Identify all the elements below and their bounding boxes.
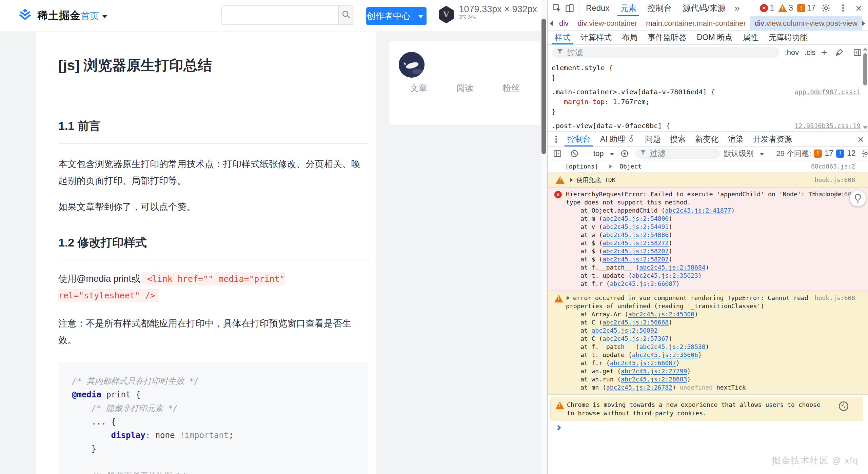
ai-explain-error-button[interactable] xyxy=(850,190,866,206)
site-logo[interactable]: 稀土掘金 xyxy=(18,8,81,23)
new-style-rule-button[interactable]: + xyxy=(821,47,827,58)
kebab-menu-icon[interactable] xyxy=(836,2,849,15)
stat-articles[interactable]: 文章 xyxy=(410,82,427,94)
source-location-link[interactable]: 68cd863.js:2 xyxy=(811,162,855,171)
tab-issues[interactable]: 问题 xyxy=(640,132,665,146)
console-filter-input[interactable]: 过滤 xyxy=(635,148,720,159)
stack-source-link[interactable]: abc2c45.js:2:41877 xyxy=(665,207,731,214)
settings-gear-icon[interactable] xyxy=(820,2,832,15)
breadcrumb-item-selected[interactable]: div.view.column-view.post-view xyxy=(750,16,862,30)
tab-accessibility[interactable]: 无障碍功能 xyxy=(764,31,813,44)
tab-layout[interactable]: 布局 xyxy=(617,31,643,44)
css-selector[interactable]: .post-view[data-v-0faec0bc] { xyxy=(552,121,783,131)
creator-center-dropdown[interactable] xyxy=(411,7,427,25)
css-declaration[interactable]: position: relative; xyxy=(552,131,783,132)
stack-source-link[interactable]: abc2c45.js:2:54491 xyxy=(603,223,669,230)
nav-home-menu[interactable]: 首页 xyxy=(81,10,107,22)
element-style-rule[interactable]: element.style { xyxy=(552,63,868,73)
object-preview[interactable]: Object xyxy=(619,163,642,170)
stack-source-link[interactable]: abc2c45.js:2:58207 xyxy=(603,248,669,255)
search-button[interactable] xyxy=(338,6,354,24)
more-tabs-icon[interactable]: » xyxy=(731,3,743,14)
toggle-hover-state-button[interactable]: :hov xyxy=(785,48,799,57)
inspect-element-icon[interactable] xyxy=(550,2,563,15)
stack-source-link[interactable]: abc2c45.js:2:54800 xyxy=(603,215,669,222)
stack-source-link[interactable]: abc2c45.js:2:28683 xyxy=(621,376,687,383)
stack-source-link[interactable]: abc2c45.js:2:56892 xyxy=(592,327,658,334)
tab-search[interactable]: 搜索 xyxy=(665,132,690,146)
console-log-row[interactable]: [options] Object 68cd863.js:2 xyxy=(548,160,868,173)
source-location-link[interactable]: hook.js:608 xyxy=(815,190,855,198)
expand-object-icon[interactable] xyxy=(609,164,612,169)
device-toolbar-icon[interactable] xyxy=(563,2,576,15)
expand-message-icon[interactable] xyxy=(567,296,570,300)
issue-count-badge[interactable]: ! 17 xyxy=(797,3,816,13)
stack-source-link[interactable]: abc2c45.js:2:58207 xyxy=(603,256,669,263)
context-selector[interactable]: top xyxy=(593,149,614,158)
console-settings-gear-icon[interactable] xyxy=(860,147,868,160)
css-source-link[interactable]: 12.9516b35.css:19 xyxy=(795,122,861,130)
tab-changes[interactable]: 新变化 xyxy=(690,132,723,146)
stack-source-link[interactable]: abc2c45.js:2:26782 xyxy=(606,384,672,391)
breadcrumb-scroll-right-icon[interactable] xyxy=(862,21,865,26)
tab-console-drawer[interactable]: 控制台 xyxy=(563,132,595,146)
stack-source-link[interactable]: abc2c45.js:2:54886 xyxy=(603,231,669,238)
tab-event-listeners[interactable]: 事件监听器 xyxy=(643,31,692,44)
console-sidebar-icon[interactable] xyxy=(551,147,564,160)
clear-console-icon[interactable] xyxy=(568,147,581,160)
breadcrumb-item[interactable]: div.view-container xyxy=(573,16,642,30)
tab-developer-resources[interactable]: 开发者资源 xyxy=(748,132,797,146)
warning-count-badge[interactable]: 3 xyxy=(778,3,793,13)
console-vue-warning-block[interactable]: error occurred in vue component renderin… xyxy=(548,291,868,395)
stack-source-link[interactable]: abc2c45.js:2:58684 xyxy=(639,264,705,271)
stack-source-link[interactable]: abc2c45.js:2:35606 xyxy=(632,351,698,358)
toggle-sidebar-icon[interactable] xyxy=(851,46,864,59)
search-input[interactable] xyxy=(222,6,338,24)
rendering-brush-icon[interactable] xyxy=(833,46,846,59)
expand-message-icon[interactable] xyxy=(570,178,573,182)
styles-filter-input[interactable]: 过滤 xyxy=(552,47,780,58)
source-location-link[interactable]: hook.js:608 xyxy=(815,176,855,184)
stack-source-link[interactable]: abc2c45.js:2:58272 xyxy=(603,239,669,246)
cookie-warning-block[interactable]: Chrome is moving towards a new experienc… xyxy=(550,397,863,421)
stack-source-link[interactable]: abc2c45.js:2:66087 xyxy=(610,359,676,367)
css-selector[interactable]: .main-container>.view[data-v-78016ed4] { xyxy=(552,87,783,97)
console-error-block[interactable]: × HierarchyRequestError: Failed to execu… xyxy=(548,187,868,291)
close-devtools-icon[interactable]: × xyxy=(853,3,864,14)
stat-reads[interactable]: 阅读 xyxy=(456,82,473,94)
breadcrumb-scroll-left-icon[interactable] xyxy=(550,21,553,26)
scrollbar-thumb[interactable] xyxy=(541,19,546,154)
stack-source-link[interactable]: abc2c45.js:2:57367 xyxy=(603,335,669,342)
toggle-class-button[interactable]: .cls xyxy=(804,48,815,57)
stack-source-link[interactable]: abc2c45.js:2:45300 xyxy=(628,311,694,318)
tab-dom-breakpoints[interactable]: DOM 断点 xyxy=(692,31,738,44)
stack-source-link[interactable]: abc2c45.js:2:58538 xyxy=(639,343,705,350)
issues-summary[interactable]: 29 个问题: ! 17 ! 12 xyxy=(776,149,856,159)
tab-elements[interactable]: 元素 xyxy=(615,0,642,16)
tab-styles[interactable]: 样式 xyxy=(550,31,575,44)
stack-source-link[interactable]: abc2c45.js:2:27799 xyxy=(621,368,687,375)
breadcrumb-item[interactable]: div xyxy=(555,16,573,30)
tab-ai-assistant[interactable]: AI 助理 xyxy=(595,132,640,146)
tab-redux[interactable]: Redux xyxy=(580,0,615,16)
tab-properties[interactable]: 属性 xyxy=(738,31,764,44)
tab-rendering[interactable]: 渲染 xyxy=(723,132,748,146)
console-warning-row[interactable]: 使用兜底 TDK hook.js:608 xyxy=(548,173,868,187)
log-level-selector[interactable]: 默认级别 xyxy=(724,149,764,159)
tab-sources[interactable]: 源代码/来源 xyxy=(677,0,731,16)
error-count-badge[interactable]: × 1 xyxy=(760,3,774,13)
close-drawer-icon[interactable]: × xyxy=(855,134,866,145)
stack-source-link[interactable]: abc2c45.js:2:35623 xyxy=(632,272,698,279)
tab-console[interactable]: 控制台 xyxy=(642,0,677,16)
css-source-link[interactable]: app.0def987.css:1 xyxy=(795,88,861,96)
tab-computed[interactable]: 计算样式 xyxy=(575,31,617,44)
source-location-link[interactable]: hook.js:608 xyxy=(815,294,855,302)
stack-source-link[interactable]: abc2c45.js:2:56668 xyxy=(603,319,669,326)
css-declaration[interactable]: margin-top: 1.767rem; xyxy=(552,97,783,107)
drawer-kebab-menu-icon[interactable] xyxy=(550,133,563,146)
stack-source-link[interactable]: abc2c45.js:2:66087 xyxy=(610,280,676,287)
breadcrumb-item[interactable]: main.container.main-container xyxy=(642,16,750,30)
avatar[interactable] xyxy=(399,52,425,78)
stat-followers[interactable]: 粉丝 xyxy=(502,82,519,94)
creator-center-button[interactable]: 创作者中心 xyxy=(366,7,427,25)
